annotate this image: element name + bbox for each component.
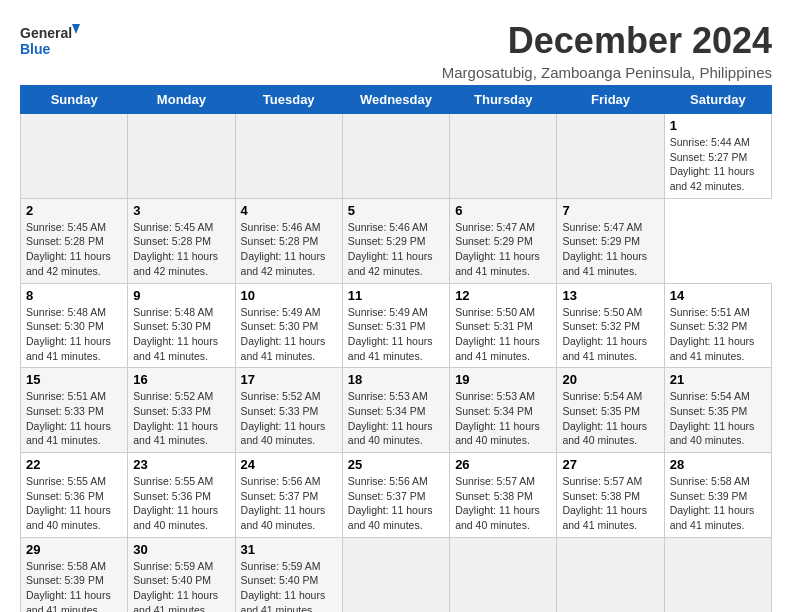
calendar-week-row: 29 Sunrise: 5:58 AMSunset: 5:39 PMDaylig… [21,537,772,612]
calendar-table: SundayMondayTuesdayWednesdayThursdayFrid… [20,85,772,612]
calendar-day-cell: 18 Sunrise: 5:53 AMSunset: 5:34 PMDaylig… [342,368,449,453]
day-number: 18 [348,372,444,387]
day-info: Sunrise: 5:45 AMSunset: 5:28 PMDaylight:… [133,220,229,279]
calendar-day-cell: 22 Sunrise: 5:55 AMSunset: 5:36 PMDaylig… [21,453,128,538]
day-number: 19 [455,372,551,387]
calendar-day-cell: 30 Sunrise: 5:59 AMSunset: 5:40 PMDaylig… [128,537,235,612]
day-number: 8 [26,288,122,303]
calendar-empty-cell [557,114,664,199]
calendar-header-row: SundayMondayTuesdayWednesdayThursdayFrid… [21,86,772,114]
calendar-week-row: 1 Sunrise: 5:44 AMSunset: 5:27 PMDayligh… [21,114,772,199]
calendar-day-cell: 27 Sunrise: 5:57 AMSunset: 5:38 PMDaylig… [557,453,664,538]
day-number: 2 [26,203,122,218]
day-number: 9 [133,288,229,303]
calendar-day-cell: 2 Sunrise: 5:45 AMSunset: 5:28 PMDayligh… [21,198,128,283]
calendar-empty-cell [128,114,235,199]
calendar-day-cell: 28 Sunrise: 5:58 AMSunset: 5:39 PMDaylig… [664,453,771,538]
day-number: 11 [348,288,444,303]
calendar-day-cell: 9 Sunrise: 5:48 AMSunset: 5:30 PMDayligh… [128,283,235,368]
day-number: 28 [670,457,766,472]
day-number: 4 [241,203,337,218]
header: General Blue December 2024 Margosatubig,… [20,20,772,81]
day-info: Sunrise: 5:46 AMSunset: 5:28 PMDaylight:… [241,220,337,279]
calendar-day-cell: 23 Sunrise: 5:55 AMSunset: 5:36 PMDaylig… [128,453,235,538]
day-info: Sunrise: 5:49 AMSunset: 5:30 PMDaylight:… [241,305,337,364]
day-info: Sunrise: 5:45 AMSunset: 5:28 PMDaylight:… [26,220,122,279]
calendar-day-cell: 1 Sunrise: 5:44 AMSunset: 5:27 PMDayligh… [664,114,771,199]
calendar-day-cell: 15 Sunrise: 5:51 AMSunset: 5:33 PMDaylig… [21,368,128,453]
calendar-dow-header: Friday [557,86,664,114]
day-info: Sunrise: 5:54 AMSunset: 5:35 PMDaylight:… [670,389,766,448]
main-title: December 2024 [442,20,772,62]
calendar-empty-cell [235,114,342,199]
calendar-dow-header: Saturday [664,86,771,114]
day-number: 23 [133,457,229,472]
calendar-day-cell: 29 Sunrise: 5:58 AMSunset: 5:39 PMDaylig… [21,537,128,612]
day-info: Sunrise: 5:58 AMSunset: 5:39 PMDaylight:… [26,559,122,612]
calendar-day-cell: 4 Sunrise: 5:46 AMSunset: 5:28 PMDayligh… [235,198,342,283]
day-info: Sunrise: 5:55 AMSunset: 5:36 PMDaylight:… [26,474,122,533]
day-number: 14 [670,288,766,303]
day-info: Sunrise: 5:56 AMSunset: 5:37 PMDaylight:… [241,474,337,533]
day-info: Sunrise: 5:51 AMSunset: 5:32 PMDaylight:… [670,305,766,364]
day-info: Sunrise: 5:50 AMSunset: 5:31 PMDaylight:… [455,305,551,364]
calendar-day-cell: 11 Sunrise: 5:49 AMSunset: 5:31 PMDaylig… [342,283,449,368]
calendar-day-cell: 5 Sunrise: 5:46 AMSunset: 5:29 PMDayligh… [342,198,449,283]
calendar-day-cell: 24 Sunrise: 5:56 AMSunset: 5:37 PMDaylig… [235,453,342,538]
calendar-dow-header: Monday [128,86,235,114]
calendar-day-cell: 17 Sunrise: 5:52 AMSunset: 5:33 PMDaylig… [235,368,342,453]
calendar-day-cell: 31 Sunrise: 5:59 AMSunset: 5:40 PMDaylig… [235,537,342,612]
day-number: 27 [562,457,658,472]
subtitle: Margosatubig, Zamboanga Peninsula, Phili… [442,64,772,81]
calendar-empty-cell [450,114,557,199]
day-info: Sunrise: 5:54 AMSunset: 5:35 PMDaylight:… [562,389,658,448]
calendar-day-cell: 7 Sunrise: 5:47 AMSunset: 5:29 PMDayligh… [557,198,664,283]
day-info: Sunrise: 5:49 AMSunset: 5:31 PMDaylight:… [348,305,444,364]
calendar-day-cell: 6 Sunrise: 5:47 AMSunset: 5:29 PMDayligh… [450,198,557,283]
calendar-day-cell: 12 Sunrise: 5:50 AMSunset: 5:31 PMDaylig… [450,283,557,368]
calendar-day-cell: 14 Sunrise: 5:51 AMSunset: 5:32 PMDaylig… [664,283,771,368]
day-info: Sunrise: 5:55 AMSunset: 5:36 PMDaylight:… [133,474,229,533]
day-number: 13 [562,288,658,303]
day-info: Sunrise: 5:53 AMSunset: 5:34 PMDaylight:… [455,389,551,448]
title-section: December 2024 Margosatubig, Zamboanga Pe… [442,20,772,81]
day-number: 12 [455,288,551,303]
svg-text:Blue: Blue [20,41,51,57]
day-number: 20 [562,372,658,387]
calendar-day-cell: 19 Sunrise: 5:53 AMSunset: 5:34 PMDaylig… [450,368,557,453]
day-info: Sunrise: 5:48 AMSunset: 5:30 PMDaylight:… [26,305,122,364]
calendar-day-cell: 20 Sunrise: 5:54 AMSunset: 5:35 PMDaylig… [557,368,664,453]
calendar-empty-cell [21,114,128,199]
day-number: 15 [26,372,122,387]
day-number: 25 [348,457,444,472]
day-number: 5 [348,203,444,218]
calendar-day-cell: 21 Sunrise: 5:54 AMSunset: 5:35 PMDaylig… [664,368,771,453]
day-info: Sunrise: 5:46 AMSunset: 5:29 PMDaylight:… [348,220,444,279]
day-number: 29 [26,542,122,557]
calendar-dow-header: Tuesday [235,86,342,114]
day-info: Sunrise: 5:52 AMSunset: 5:33 PMDaylight:… [241,389,337,448]
day-number: 24 [241,457,337,472]
calendar-week-row: 22 Sunrise: 5:55 AMSunset: 5:36 PMDaylig… [21,453,772,538]
day-info: Sunrise: 5:47 AMSunset: 5:29 PMDaylight:… [562,220,658,279]
day-info: Sunrise: 5:56 AMSunset: 5:37 PMDaylight:… [348,474,444,533]
day-number: 6 [455,203,551,218]
calendar-day-cell [342,537,449,612]
day-info: Sunrise: 5:58 AMSunset: 5:39 PMDaylight:… [670,474,766,533]
calendar-week-row: 2 Sunrise: 5:45 AMSunset: 5:28 PMDayligh… [21,198,772,283]
svg-marker-2 [72,24,80,34]
day-number: 22 [26,457,122,472]
calendar-week-row: 8 Sunrise: 5:48 AMSunset: 5:30 PMDayligh… [21,283,772,368]
day-info: Sunrise: 5:59 AMSunset: 5:40 PMDaylight:… [133,559,229,612]
day-number: 30 [133,542,229,557]
calendar-dow-header: Sunday [21,86,128,114]
day-info: Sunrise: 5:53 AMSunset: 5:34 PMDaylight:… [348,389,444,448]
calendar-dow-header: Thursday [450,86,557,114]
calendar-day-cell: 13 Sunrise: 5:50 AMSunset: 5:32 PMDaylig… [557,283,664,368]
day-number: 10 [241,288,337,303]
calendar-day-cell: 26 Sunrise: 5:57 AMSunset: 5:38 PMDaylig… [450,453,557,538]
day-info: Sunrise: 5:57 AMSunset: 5:38 PMDaylight:… [562,474,658,533]
calendar-day-cell [557,537,664,612]
calendar-dow-header: Wednesday [342,86,449,114]
day-info: Sunrise: 5:57 AMSunset: 5:38 PMDaylight:… [455,474,551,533]
